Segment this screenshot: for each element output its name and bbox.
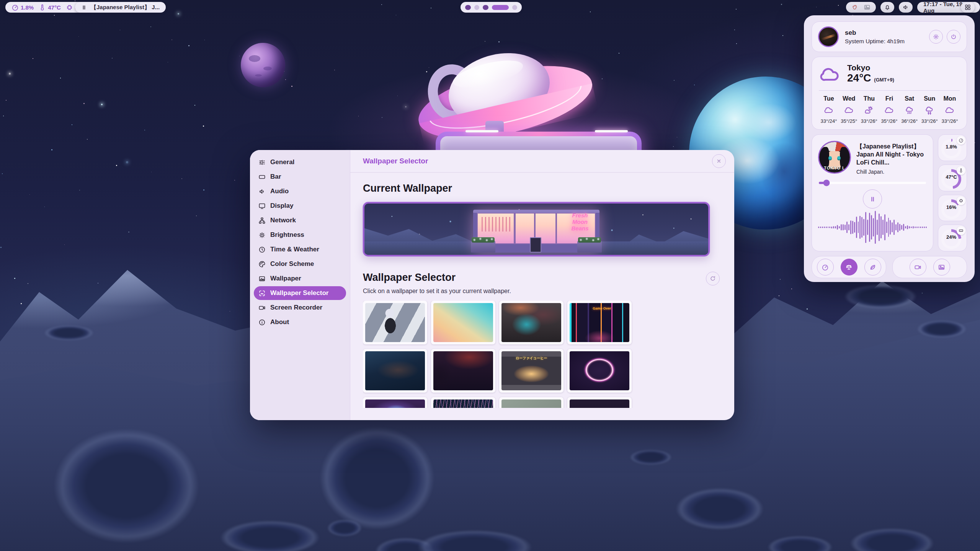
wallpaper-thumb-wire-mesh[interactable] — [431, 397, 495, 408]
wallpaper-thumb-red-cliff-figure[interactable] — [431, 349, 495, 393]
scales-icon — [845, 264, 853, 271]
screen-record-button[interactable] — [910, 259, 926, 276]
music-pill-label: 【Japanese Playlist】 J... — [91, 4, 160, 11]
sidebar-item-brightness[interactable]: Brightness — [254, 228, 346, 242]
waveform-bar — [886, 222, 887, 233]
balanced-button[interactable] — [841, 259, 858, 276]
powersave-button[interactable] — [864, 259, 881, 276]
sidebar-item-time-weather[interactable]: Time & Weather — [254, 243, 346, 256]
forecast-day-label: Sun — [924, 95, 935, 102]
current-wallpaper-section: Current Wallpaper Fresh Moon Beans — [350, 173, 734, 256]
sidebar-item-network[interactable]: Network — [254, 214, 346, 227]
wallpaper-thumb-image: Game Over — [570, 303, 629, 342]
waveform-bar — [861, 217, 862, 238]
sidebar-item-wallpaper[interactable]: Wallpaper — [254, 272, 346, 285]
seek-knob[interactable] — [823, 180, 830, 186]
sidebar-item-label: Screen Recorder — [270, 304, 322, 311]
wallpaper-thumb-blur-abstract[interactable] — [499, 301, 564, 344]
refresh-icon — [710, 276, 716, 282]
gear-icon — [933, 34, 939, 40]
planter — [577, 241, 602, 253]
gauge-icon — [11, 4, 19, 11]
sidebar-item-display[interactable]: Display — [254, 199, 346, 213]
settings-main: Wallpaper Selector Current Wallpaper Fre… — [350, 150, 734, 420]
performance-button[interactable] — [817, 259, 834, 276]
system-tray[interactable] — [846, 2, 876, 13]
picture-icon[interactable] — [864, 4, 871, 11]
notifications-button[interactable] — [880, 2, 894, 13]
forecast-day-label: Tue — [823, 95, 834, 102]
waveform-bar — [848, 224, 849, 230]
power-button[interactable] — [947, 30, 960, 44]
gauge-ram: 24% — [938, 225, 967, 251]
forecast-day-label: Fri — [885, 95, 893, 102]
system-uptime: System Uptime: 4h19m — [845, 38, 923, 44]
workspace-indicator[interactable] — [461, 2, 522, 13]
waveform-bar — [911, 227, 912, 228]
close-button[interactable] — [712, 154, 726, 168]
waveform-bar — [877, 220, 878, 235]
workspace-dot-5[interactable] — [512, 5, 517, 10]
gauge-value: 47°C — [943, 174, 960, 180]
network-icon — [258, 217, 266, 224]
album-art-eye — [828, 156, 832, 160]
wallpaper-thumb-nebula-forest[interactable] — [363, 397, 427, 408]
refresh-button[interactable] — [706, 272, 720, 285]
gauge-icon — [822, 264, 829, 271]
stat-value: 47°C — [48, 4, 61, 11]
wallpaper-thumb-image — [433, 351, 493, 390]
planter — [471, 241, 495, 253]
waveform-bar — [859, 216, 861, 239]
side-panel: seb System Uptime: 4h19m Tokyo 24°C (GMT… — [804, 15, 975, 282]
stat-thermometer: 47°C — [39, 4, 61, 11]
sidebar-item-label: General — [270, 158, 294, 166]
music-pill[interactable]: 【Japanese Playlist】 J... — [75, 2, 166, 13]
seek-slider[interactable] — [819, 182, 926, 184]
settings-button[interactable] — [929, 30, 943, 44]
album-art-caption: TOKYO L — [819, 166, 850, 170]
forecast-temps: 33°/26° — [861, 118, 877, 124]
workspace-dot-4[interactable] — [492, 5, 509, 10]
palette-icon — [258, 261, 266, 268]
workspace-dot-3[interactable] — [483, 5, 488, 10]
avatar — [818, 26, 839, 47]
wallpaper-thumb-sage-grey[interactable] — [499, 397, 564, 408]
forecast-day-sun: Sun33°/26° — [920, 95, 939, 124]
claw-icon[interactable] — [851, 4, 858, 11]
sidebar-item-wallpaper-selector[interactable]: Wallpaper Selector — [254, 286, 346, 300]
bar-icon — [258, 173, 266, 181]
waveform-bar — [828, 227, 829, 228]
volume-button[interactable] — [899, 2, 913, 13]
selector-heading: Wallpaper Selector — [363, 272, 456, 284]
waveform-bar — [844, 225, 846, 230]
waveform-bar — [893, 220, 895, 235]
user-card: seb System Uptime: 4h19m — [812, 21, 967, 52]
app-launcher-button[interactable] — [961, 2, 975, 13]
waveform-bar — [858, 222, 859, 233]
sidebar-item-screen-recorder[interactable]: Screen Recorder — [254, 301, 346, 315]
sidebar-item-bar[interactable]: Bar — [254, 170, 346, 184]
volume-icon — [258, 188, 266, 195]
sidebar-item-audio[interactable]: Audio — [254, 184, 346, 198]
workspace-dot-1[interactable] — [465, 5, 471, 10]
waveform-bar — [826, 227, 827, 228]
waveform-bar — [831, 227, 832, 228]
sidebar-item-general[interactable]: General — [254, 155, 346, 169]
wallpaper-thumb-lofi-coffee-shop[interactable]: ローファイコーヒー — [499, 349, 564, 393]
workspace-dot-2[interactable] — [474, 5, 479, 10]
divider — [819, 90, 960, 91]
sidebar-item-about[interactable]: About — [254, 315, 346, 329]
wallpaper-thumb-coral-trees[interactable] — [567, 397, 632, 408]
sidebar-nav: GeneralBarAudioDisplayNetworkBrightnessT… — [250, 150, 350, 420]
wallpaper-thumb-purple-ring[interactable] — [567, 349, 632, 393]
stat-gauge: 1.8% — [11, 4, 34, 11]
play-pause-button[interactable] — [863, 189, 882, 209]
wallpaper-thumb-neon-arcade[interactable]: Game Over — [567, 301, 632, 344]
wallpaper-icon — [258, 290, 266, 297]
wallpaper-thumb-gradient-sunrise[interactable] — [431, 301, 495, 344]
sidebar-item-color-scheme[interactable]: Color Scheme — [254, 257, 346, 271]
chip-icon — [66, 4, 73, 11]
wallpaper-thumb-dark-forest[interactable] — [363, 349, 427, 393]
wallpaper-thumb-anime-crosswalk[interactable] — [363, 301, 427, 344]
wallpaper-button[interactable] — [933, 259, 950, 276]
